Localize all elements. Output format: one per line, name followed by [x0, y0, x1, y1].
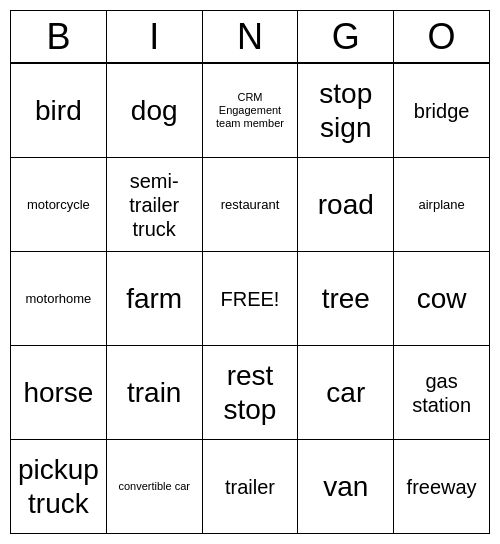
- header-letter-G: G: [298, 11, 394, 63]
- header-letter-N: N: [203, 11, 299, 63]
- bingo-grid: birddogCRM Engagement team memberstop si…: [10, 63, 490, 534]
- bingo-cell-r2-c0: motorhome: [11, 252, 107, 346]
- bingo-cell-r3-c4: gas station: [394, 346, 490, 440]
- bingo-cell-r3-c3: car: [298, 346, 394, 440]
- bingo-cell-r1-c4: airplane: [394, 158, 490, 252]
- bingo-cell-r4-c0: pickup truck: [11, 440, 107, 534]
- bingo-cell-r0-c0: bird: [11, 64, 107, 158]
- bingo-header: BINGO: [10, 10, 490, 63]
- header-letter-B: B: [11, 11, 107, 63]
- bingo-cell-r4-c4: freeway: [394, 440, 490, 534]
- bingo-board: BINGO birddogCRM Engagement team members…: [10, 10, 490, 534]
- bingo-cell-r2-c3: tree: [298, 252, 394, 346]
- bingo-cell-r0-c1: dog: [107, 64, 203, 158]
- bingo-cell-r4-c3: van: [298, 440, 394, 534]
- bingo-cell-r2-c4: cow: [394, 252, 490, 346]
- bingo-cell-r3-c2: rest stop: [203, 346, 299, 440]
- bingo-cell-r4-c1: convertible car: [107, 440, 203, 534]
- bingo-cell-r3-c1: train: [107, 346, 203, 440]
- bingo-cell-r2-c1: farm: [107, 252, 203, 346]
- header-letter-O: O: [394, 11, 490, 63]
- bingo-cell-r1-c1: semi-trailer truck: [107, 158, 203, 252]
- bingo-cell-r2-c2: FREE!: [203, 252, 299, 346]
- header-letter-I: I: [107, 11, 203, 63]
- bingo-cell-r0-c4: bridge: [394, 64, 490, 158]
- bingo-cell-r3-c0: horse: [11, 346, 107, 440]
- bingo-cell-r1-c2: restaurant: [203, 158, 299, 252]
- bingo-cell-r1-c3: road: [298, 158, 394, 252]
- bingo-cell-r4-c2: trailer: [203, 440, 299, 534]
- bingo-cell-r0-c2: CRM Engagement team member: [203, 64, 299, 158]
- bingo-cell-r1-c0: motorcycle: [11, 158, 107, 252]
- bingo-cell-r0-c3: stop sign: [298, 64, 394, 158]
